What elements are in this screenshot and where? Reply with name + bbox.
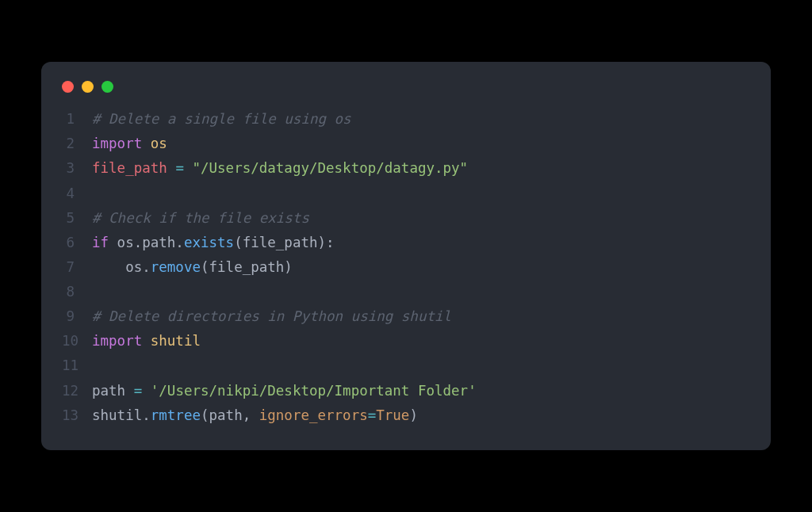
token-keyword: import — [92, 136, 142, 151]
line-number: 4 — [62, 181, 92, 206]
token-keyword: import — [92, 333, 142, 349]
code-content[interactable]: # Delete a single file using os — [92, 107, 351, 132]
token-plain — [184, 160, 193, 176]
line-number: 7 — [62, 255, 92, 280]
code-content[interactable]: import shutil — [92, 329, 201, 353]
token-op: = — [368, 407, 377, 423]
token-comment: # Delete directories in Python using shu… — [92, 308, 451, 324]
token-plain: (path, — [201, 407, 259, 423]
token-func: exists — [184, 235, 234, 250]
token-plain: (file_path) — [201, 259, 293, 275]
code-content[interactable]: path = '/Users/nikpi/Desktop/Important F… — [92, 379, 477, 403]
code-area[interactable]: 1# Delete a single file using os2import … — [41, 107, 771, 428]
code-content[interactable]: # Delete directories in Python using shu… — [92, 304, 451, 329]
token-plain — [142, 136, 151, 151]
line-number: 10 — [62, 329, 92, 353]
code-line[interactable]: 12path = '/Users/nikpi/Desktop/Important… — [62, 379, 750, 403]
close-icon[interactable] — [62, 81, 74, 93]
token-keyword: if — [92, 235, 109, 250]
token-module: shutil — [151, 333, 201, 349]
token-plain — [142, 333, 151, 349]
zoom-icon[interactable] — [102, 81, 113, 93]
token-op: = — [175, 160, 184, 176]
code-content[interactable]: os.remove(file_path) — [92, 255, 293, 280]
code-line[interactable]: 7 os.remove(file_path) — [62, 255, 750, 280]
token-plain — [142, 383, 151, 399]
token-plain: (file_path): — [234, 235, 334, 250]
token-plain: os. — [92, 259, 151, 275]
code-line[interactable]: 13shutil.rmtree(path, ignore_errors=True… — [62, 403, 750, 428]
code-line[interactable]: 2import os — [62, 132, 750, 156]
line-number: 9 — [62, 304, 92, 329]
line-number: 1 — [62, 107, 92, 132]
token-func: remove — [151, 259, 201, 275]
code-content[interactable]: shutil.rmtree(path, ignore_errors=True) — [92, 403, 418, 428]
line-number: 13 — [62, 403, 92, 428]
code-line[interactable]: 10import shutil — [62, 329, 750, 353]
line-number: 8 — [62, 280, 92, 304]
code-line[interactable]: 9# Delete directories in Python using sh… — [62, 304, 750, 329]
code-line[interactable]: 11 — [62, 353, 750, 378]
token-comment: # Check if the file exists — [92, 210, 309, 226]
code-line[interactable]: 1# Delete a single file using os — [62, 107, 750, 132]
line-number: 5 — [62, 206, 92, 231]
code-content[interactable]: if os.path.exists(file_path): — [92, 231, 335, 255]
token-const: True — [376, 407, 409, 423]
code-content[interactable]: import os — [92, 132, 167, 156]
code-line[interactable]: 4 — [62, 181, 750, 206]
token-param: ignore_errors — [259, 407, 368, 423]
code-line[interactable]: 3file_path = "/Users/datagy/Desktop/data… — [62, 156, 750, 181]
window-controls — [41, 81, 771, 107]
line-number: 11 — [62, 353, 92, 378]
token-func: rmtree — [151, 407, 201, 423]
token-plain: os.path. — [109, 235, 184, 250]
token-comment: # Delete a single file using os — [92, 111, 351, 127]
token-module: os — [151, 136, 167, 151]
token-plain: path — [92, 383, 125, 399]
line-number: 6 — [62, 231, 92, 255]
token-plain: shutil. — [92, 407, 151, 423]
token-string: "/Users/datagy/Desktop/datagy.py" — [192, 160, 468, 176]
token-plain: ) — [409, 407, 418, 423]
code-line[interactable]: 8 — [62, 280, 750, 304]
line-number: 3 — [62, 156, 92, 181]
token-plain — [167, 160, 176, 176]
code-window: 1# Delete a single file using os2import … — [41, 62, 771, 450]
code-line[interactable]: 5# Check if the file exists — [62, 206, 750, 231]
token-var: file_path — [92, 160, 167, 176]
minimize-icon[interactable] — [82, 81, 94, 93]
token-plain — [125, 383, 134, 399]
line-number: 2 — [62, 132, 92, 156]
token-string: '/Users/nikpi/Desktop/Important Folder' — [151, 383, 477, 399]
token-op: = — [134, 383, 143, 399]
code-content[interactable]: file_path = "/Users/datagy/Desktop/datag… — [92, 156, 468, 181]
code-content[interactable]: # Check if the file exists — [92, 206, 309, 231]
code-line[interactable]: 6if os.path.exists(file_path): — [62, 231, 750, 255]
line-number: 12 — [62, 379, 92, 403]
